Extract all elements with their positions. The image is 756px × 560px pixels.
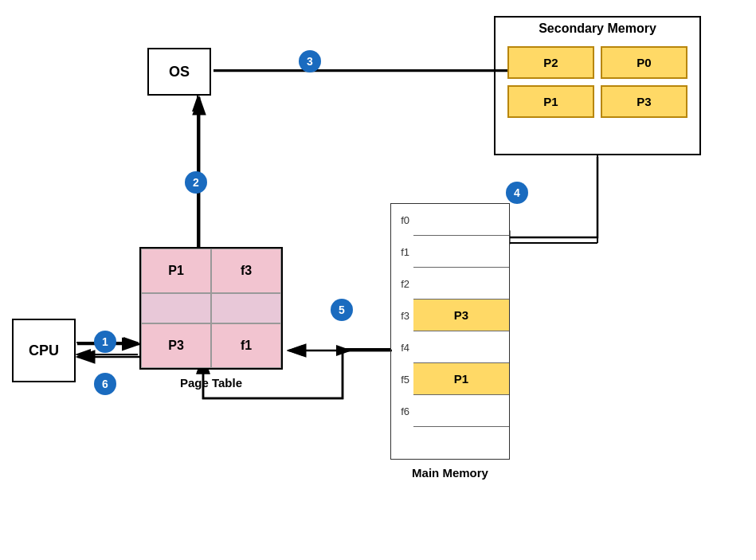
mm-row-f2: f2 (391, 268, 509, 300)
pt-cell-p1: P1 (141, 249, 211, 293)
badge-3: 3 (299, 50, 321, 72)
mm-cell-f7 (413, 427, 509, 459)
os-box: OS (147, 48, 211, 96)
mm-cell-f6 (413, 395, 509, 427)
mm-label-f2: f2 (391, 278, 413, 290)
mm-row-f5: f5 P1 (391, 363, 509, 395)
page-table: P1 f3 P3 f1 Page Table (139, 247, 283, 390)
mm-label-f0: f0 (391, 214, 413, 226)
mm-cell-f2 (413, 268, 509, 300)
mm-label-f1: f1 (391, 246, 413, 258)
pt-cell-f3: f3 (211, 249, 281, 293)
badge-6: 6 (94, 373, 116, 395)
pt-cell-p3: P3 (141, 323, 211, 368)
mm-row-f6: f6 (391, 395, 509, 427)
mm-cell-f1 (413, 236, 509, 268)
sm-cell-p3: P3 (601, 85, 687, 118)
mm-cell-f4 (413, 331, 509, 363)
main-memory-label: Main Memory (390, 466, 510, 480)
secondary-memory-box: Secondary Memory P2 P0 P1 P3 (494, 16, 701, 155)
mm-cell-f5: P1 (413, 363, 509, 395)
main-memory-rows: f0 f1 f2 f3 P3 f4 f5 P1 (390, 203, 510, 460)
mm-cell-f3: P3 (413, 300, 509, 331)
mm-label-f5: f5 (391, 374, 413, 386)
mm-cell-f0 (413, 204, 509, 236)
badge-5: 5 (331, 299, 353, 321)
cpu-label: CPU (29, 343, 59, 359)
cpu-box: CPU (12, 319, 76, 382)
mm-row-f7 (391, 427, 509, 459)
main-memory-wrapper: f0 f1 f2 f3 P3 f4 f5 P1 (390, 203, 510, 480)
sm-cell-p1: P1 (507, 85, 594, 118)
os-label: OS (169, 64, 190, 80)
mm-row-f4: f4 (391, 331, 509, 363)
pt-cell-f1: f1 (211, 323, 281, 368)
sm-cell-p2: P2 (507, 46, 594, 79)
page-table-grid: P1 f3 P3 f1 (139, 247, 283, 370)
badge-4: 4 (506, 182, 528, 204)
badge-2: 2 (185, 171, 207, 194)
mm-label-f6: f6 (391, 405, 413, 417)
diagram-container: Secondary Memory P2 P0 P1 P3 OS CPU P1 f… (0, 0, 756, 560)
secondary-memory-grid: P2 P0 P1 P3 (496, 40, 699, 124)
badge-1: 1 (94, 331, 116, 353)
mm-row-f3: f3 P3 (391, 300, 509, 331)
mm-row-f0: f0 (391, 204, 509, 236)
mm-row-f1: f1 (391, 236, 509, 268)
mm-label-f3: f3 (391, 310, 413, 322)
pt-cell-empty1 (141, 293, 211, 323)
mm-label-f4: f4 (391, 342, 413, 354)
pt-cell-empty2 (211, 293, 281, 323)
sm-cell-p0: P0 (601, 46, 687, 79)
page-table-label: Page Table (139, 376, 283, 390)
secondary-memory-title: Secondary Memory (496, 18, 699, 40)
